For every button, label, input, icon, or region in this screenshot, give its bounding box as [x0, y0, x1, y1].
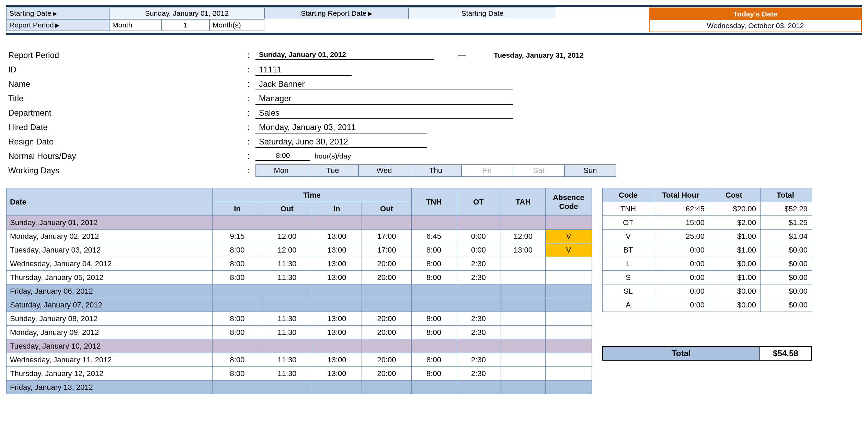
time-cell[interactable] — [501, 312, 546, 326]
th-tah: TAH — [501, 188, 546, 216]
time-cell[interactable]: 11:30 — [262, 367, 312, 381]
th-ot: OT — [456, 188, 501, 216]
summary-cell: $52.29 — [761, 202, 812, 216]
summary-cell: S — [603, 271, 654, 284]
time-cell[interactable]: 2:30 — [456, 367, 501, 381]
time-cell[interactable]: 8:00 — [213, 367, 262, 381]
absence-cell[interactable] — [546, 271, 592, 284]
time-cell[interactable]: 2:30 — [456, 271, 501, 284]
starting-date-value[interactable]: Sunday, January 01, 2012 — [109, 8, 264, 19]
time-cell[interactable]: 12:00 — [262, 230, 312, 243]
time-cell[interactable]: 6:45 — [412, 230, 456, 243]
absence-cell[interactable] — [546, 326, 592, 339]
time-cell[interactable]: 13:00 — [312, 367, 362, 381]
time-cell[interactable]: 20:00 — [362, 312, 412, 326]
time-cell[interactable]: 8:00 — [412, 243, 456, 257]
time-cell[interactable]: 2:30 — [456, 312, 501, 326]
time-cell[interactable]: 11:30 — [262, 353, 312, 367]
time-cell[interactable]: 2:30 — [456, 326, 501, 339]
time-cell[interactable]: 8:00 — [213, 312, 262, 326]
time-cell[interactable]: 8:00 — [412, 271, 456, 284]
time-cell[interactable]: 13:00 — [312, 312, 362, 326]
day-mon[interactable]: Mon — [255, 164, 307, 177]
time-cell[interactable]: 8:00 — [412, 312, 456, 326]
absence-cell[interactable] — [546, 257, 592, 271]
time-cell[interactable]: 13:00 — [312, 326, 362, 339]
summary-cell: 15:00 — [654, 216, 709, 230]
time-cell[interactable]: 20:00 — [362, 353, 412, 367]
time-cell[interactable]: 8:00 — [412, 326, 456, 339]
time-cell[interactable]: 8:00 — [412, 353, 456, 367]
time-cell[interactable]: 13:00 — [312, 271, 362, 284]
info-id-value[interactable]: 11111 — [255, 63, 352, 76]
summary-cell: A — [603, 298, 654, 312]
time-cell[interactable]: 12:00 — [262, 243, 312, 257]
time-cell[interactable]: 8:00 — [213, 257, 262, 271]
absence-cell[interactable]: V — [546, 243, 592, 257]
day-fri[interactable]: Fri — [461, 164, 513, 177]
absence-cell[interactable] — [546, 312, 592, 326]
report-period-unit[interactable]: Month — [109, 19, 161, 31]
time-cell[interactable]: 0:00 — [456, 230, 501, 243]
time-cell[interactable]: 11:30 — [262, 257, 312, 271]
summary-cell: 0:00 — [654, 271, 709, 284]
info-report-period-value: Sunday, January 01, 2012 — Tuesday, Janu… — [255, 50, 862, 60]
time-cell[interactable]: 20:00 — [362, 367, 412, 381]
info-name-value[interactable]: Jack Banner — [255, 78, 513, 90]
time-cell[interactable] — [501, 271, 546, 284]
info-hours-value[interactable]: 8:00 — [255, 151, 310, 161]
time-cell[interactable]: 20:00 — [362, 326, 412, 339]
day-sun[interactable]: Sun — [564, 164, 616, 177]
info-hired-value[interactable]: Monday, January 03, 2011 — [255, 121, 427, 133]
day-wed[interactable]: Wed — [358, 164, 410, 177]
time-cell[interactable]: 13:00 — [312, 230, 362, 243]
info-title-value[interactable]: Manager — [255, 92, 513, 105]
day-sat[interactable]: Sat — [513, 164, 564, 177]
time-cell[interactable]: 9:15 — [213, 230, 262, 243]
starting-report-date-label: Starting Report Date▶ — [264, 8, 409, 19]
time-cell[interactable] — [501, 326, 546, 339]
summary-cell: V — [603, 230, 654, 243]
time-cell[interactable]: 8:00 — [213, 271, 262, 284]
time-cell[interactable]: 13:00 — [312, 257, 362, 271]
summary-cell: $0.00 — [761, 284, 812, 298]
time-cell[interactable]: 20:00 — [362, 257, 412, 271]
absence-cell — [546, 381, 592, 394]
time-cell[interactable] — [501, 367, 546, 381]
absence-cell[interactable] — [546, 353, 592, 367]
info-resign-value[interactable]: Saturday, June 30, 2012 — [255, 136, 427, 148]
time-cell[interactable]: 2:30 — [456, 353, 501, 367]
time-cell[interactable]: 8:00 — [412, 257, 456, 271]
time-cell[interactable]: 8:00 — [213, 353, 262, 367]
time-cell[interactable]: 17:00 — [362, 230, 412, 243]
time-cell — [501, 298, 546, 312]
time-cell[interactable]: 11:30 — [262, 326, 312, 339]
th-date: Date — [7, 188, 213, 216]
time-cell[interactable]: 2:30 — [456, 257, 501, 271]
summary-cell: $0.00 — [709, 284, 761, 298]
info-dept-value[interactable]: Sales — [255, 107, 513, 119]
time-cell[interactable]: 13:00 — [501, 243, 546, 257]
absence-cell[interactable]: V — [546, 230, 592, 243]
time-cell[interactable]: 12:00 — [501, 230, 546, 243]
time-cell[interactable]: 8:00 — [213, 243, 262, 257]
time-cell[interactable]: 11:30 — [262, 312, 312, 326]
time-cell[interactable] — [501, 353, 546, 367]
time-cell[interactable]: 13:00 — [312, 243, 362, 257]
time-cell[interactable] — [501, 257, 546, 271]
starting-report-date-value[interactable]: Starting Date — [409, 8, 556, 19]
time-cell[interactable]: 11:30 — [262, 271, 312, 284]
time-cell[interactable]: 8:00 — [213, 326, 262, 339]
time-cell[interactable]: 20:00 — [362, 271, 412, 284]
absence-cell[interactable] — [546, 367, 592, 381]
time-cell[interactable]: 17:00 — [362, 243, 412, 257]
day-tue[interactable]: Tue — [307, 164, 358, 177]
day-thu[interactable]: Thu — [410, 164, 461, 177]
time-cell[interactable]: 13:00 — [312, 353, 362, 367]
summary-cell: $1.00 — [709, 230, 761, 243]
summary-cell: 62:45 — [654, 202, 709, 216]
time-cell[interactable]: 8:00 — [412, 367, 456, 381]
time-cell[interactable]: 0:00 — [456, 243, 501, 257]
absence-cell — [546, 298, 592, 312]
report-period-qty[interactable]: 1 — [161, 19, 209, 31]
